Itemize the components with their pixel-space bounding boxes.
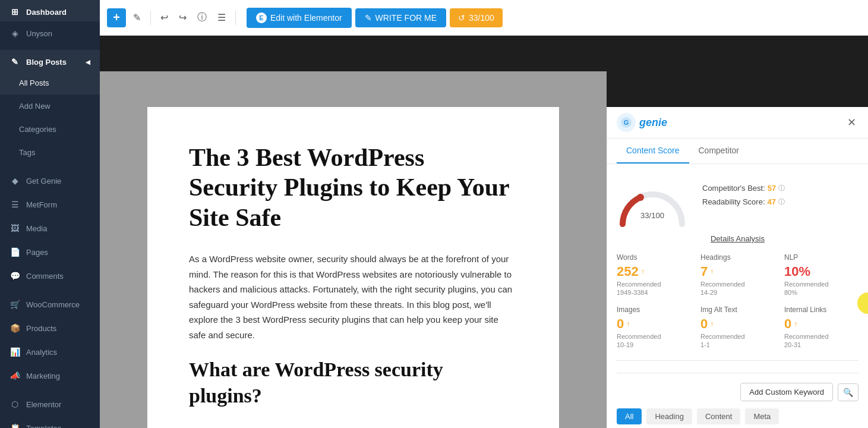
words-arrow: ↑: [641, 268, 645, 276]
post-paragraph-1[interactable]: As a WordPress website owner, security s…: [189, 251, 517, 342]
sidebar-item-label: Tags: [19, 148, 35, 157]
kf-tab-content[interactable]: Content: [697, 408, 741, 424]
get-genie-icon: ◆: [10, 176, 20, 185]
sidebar-item-metform[interactable]: ☰ MetForm: [0, 193, 100, 216]
edit-with-elementor-button[interactable]: E Edit with Elementor: [247, 8, 352, 28]
media-icon: 🖼: [10, 224, 20, 233]
metric-img-alt-value: 0 ↑: [700, 316, 775, 332]
genie-logo-svg: G: [620, 117, 632, 128]
sidebar-item-unyson[interactable]: ◈ Unyson: [0, 21, 100, 45]
sidebar-item-label: Elementor: [26, 400, 61, 409]
sidebar-item-dashboard[interactable]: ⊞ Dashboard: [0, 0, 100, 21]
metric-img-alt-rec: Recommended: [700, 333, 775, 340]
score-button[interactable]: ↺ 33/100: [450, 8, 503, 27]
metric-words-value: 252 ↑: [617, 264, 691, 279]
kf-tab-heading[interactable]: Heading: [646, 408, 692, 424]
sidebar-item-analytics[interactable]: 📊 Analytics: [0, 340, 100, 364]
headings-arrow: ↑: [710, 268, 714, 276]
dashboard-icon: ⊞: [10, 7, 20, 17]
metric-headings: Headings 7 ↑ Recommended 14-29: [700, 253, 775, 296]
readability-value: 47: [768, 197, 776, 206]
metric-headings-value: 7 ↑: [700, 264, 775, 279]
images-number: 0: [617, 316, 624, 332]
post-heading-2[interactable]: What are WordPress security plugins?: [189, 357, 517, 409]
competitors-best: Competitor's Best: 57 ⓘ: [702, 184, 858, 193]
edit-elementor-label: Edit with Elementor: [270, 13, 342, 23]
search-keyword-button[interactable]: 🔍: [838, 383, 858, 401]
metric-headings-rec-val: 14-29: [700, 289, 775, 296]
sidebar-item-tags[interactable]: Tags: [0, 141, 100, 164]
sidebar-item-comments[interactable]: 💬 Comments: [0, 264, 100, 288]
sidebar-item-label: Get Genie: [26, 177, 61, 185]
genie-body: 33/100 Competitor's Best: 57 ⓘ Readabili…: [607, 164, 868, 428]
metric-headings-rec: Recommended: [700, 281, 775, 288]
search-icon: 🔍: [843, 388, 853, 397]
sidebar-item-media[interactable]: 🖼 Media: [0, 216, 100, 240]
sidebar-item-label: Unyson: [26, 29, 52, 38]
marketing-icon: 📣: [10, 371, 20, 380]
edit-button[interactable]: ✎: [130, 8, 144, 27]
score-gauge: 33/100: [617, 174, 688, 221]
tab-content-score[interactable]: Content Score: [617, 139, 689, 163]
svg-point-2: [637, 194, 644, 201]
nlp-number: 10%: [784, 264, 810, 279]
sidebar-item-add-new[interactable]: Add New: [0, 95, 100, 118]
redo-button[interactable]: ↪: [175, 8, 190, 27]
sidebar-item-elementor[interactable]: ⬡ Elementor: [0, 392, 100, 416]
metric-internal-links: Internal Links 0 ↑ Recommended 20-31: [784, 306, 858, 348]
sidebar-item-label: Marketing: [26, 372, 60, 380]
sidebar-item-blog-posts[interactable]: ✎ Blog Posts ◀: [0, 50, 100, 71]
blog-posts-icon: ✎: [10, 57, 20, 67]
templates-icon: 📋: [10, 423, 20, 428]
keyword-section: Add Custom Keyword 🔍 All Heading Content…: [617, 373, 858, 428]
metric-headings-label: Headings: [700, 253, 775, 262]
post-title[interactable]: The 3 Best WordPress Security Plugins to…: [189, 143, 517, 232]
internal-links-arrow: ↑: [794, 320, 797, 328]
add-button[interactable]: +: [107, 8, 126, 27]
sidebar-item-label: Products: [26, 324, 56, 333]
gauge-svg: [617, 174, 688, 233]
sidebar-item-label: Blog Posts: [26, 58, 67, 67]
info-button[interactable]: ⓘ: [194, 8, 210, 27]
unyson-icon: ◈: [10, 29, 20, 38]
collapse-icon: ◀: [86, 59, 90, 65]
add-custom-keyword-button[interactable]: Add Custom Keyword: [740, 383, 833, 401]
undo-button[interactable]: ↩: [157, 8, 172, 27]
metric-img-alt-rec-val: 1-1: [700, 341, 775, 348]
sidebar-item-all-posts[interactable]: All Posts: [0, 71, 100, 95]
tab-competitor[interactable]: Competitor: [689, 139, 749, 163]
metric-words-label: Words: [617, 253, 691, 262]
metric-internal-links-label: Internal Links: [784, 306, 858, 314]
write-for-me-button[interactable]: ✎ WRITE FOR ME: [355, 8, 446, 27]
metric-internal-links-rec: Recommended: [784, 333, 858, 340]
gauge-text: 33/100: [640, 207, 664, 221]
img-alt-arrow: ↑: [710, 320, 714, 328]
kf-tab-meta[interactable]: Meta: [745, 408, 779, 424]
competitors-best-value: 57: [768, 184, 776, 193]
score-label: 33/100: [469, 13, 494, 23]
genie-close-button[interactable]: ✕: [845, 114, 858, 131]
toolbar-divider: [150, 11, 151, 25]
metric-images-rec-val: 10-19: [617, 341, 691, 348]
menu-button[interactable]: ☰: [214, 8, 229, 27]
sidebar-item-woocommerce[interactable]: 🛒 WooCommerce: [0, 292, 100, 316]
svg-text:G: G: [624, 119, 629, 126]
sidebar-item-products[interactable]: 📦 Products: [0, 316, 100, 340]
sidebar-item-categories[interactable]: Categories: [0, 118, 100, 141]
sidebar-item-templates[interactable]: 📋 Templates: [0, 416, 100, 428]
kf-tab-all[interactable]: All: [617, 408, 642, 424]
genie-tabs: Content Score Competitor: [607, 139, 868, 164]
genie-logo-icon: G: [617, 113, 636, 132]
toolbar: + ✎ ↩ ↪ ⓘ ☰ E Edit with Elementor ✎ WRIT…: [100, 0, 868, 36]
details-analysis-link[interactable]: Details Analysis: [711, 234, 765, 243]
sidebar-item-label: Media: [26, 224, 47, 233]
readability-label: Readability Score:: [702, 197, 765, 206]
sidebar-item-label: All Posts: [19, 78, 49, 87]
sidebar-item-get-genie[interactable]: ◆ Get Genie: [0, 169, 100, 193]
toolbar-divider-2: [235, 11, 236, 25]
metric-images-rec: Recommended: [617, 333, 691, 340]
sidebar-item-label: Analytics: [26, 348, 57, 357]
sidebar-item-marketing[interactable]: 📣 Marketing: [0, 364, 100, 388]
sidebar-item-pages[interactable]: 📄 Pages: [0, 240, 100, 264]
competitors-best-label: Competitor's Best:: [702, 184, 765, 193]
